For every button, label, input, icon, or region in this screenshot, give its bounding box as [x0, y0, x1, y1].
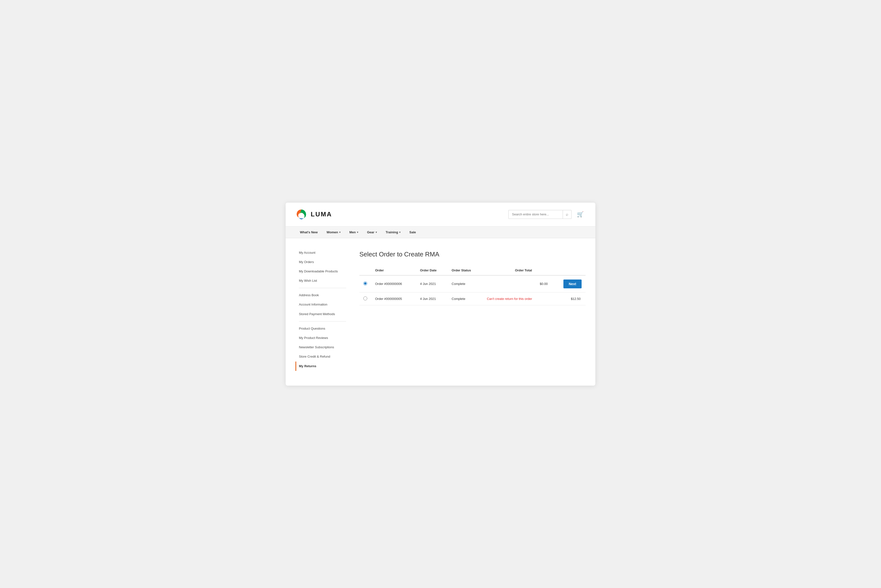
nav-item-whats-new[interactable]: What's New: [295, 226, 322, 238]
order-total-2: $12.50: [552, 292, 586, 305]
sidebar-item-my-downloadable-products[interactable]: My Downloadable Products: [295, 267, 350, 276]
search-icon: ⌕: [566, 212, 568, 216]
radio-cell-2: [359, 292, 371, 305]
page-wrapper: LUMA ⌕ 🛒 What's New Women ▾ Men ▾: [286, 202, 595, 386]
sidebar-item-account-information[interactable]: Account Information: [295, 300, 350, 309]
col-radio: [359, 266, 371, 275]
col-order: Order: [371, 266, 416, 275]
nav-bar: What's New Women ▾ Men ▾ Gear ▾ Training…: [286, 226, 595, 238]
luma-logo-icon: [295, 208, 307, 220]
sidebar: My Account My Orders My Downloadable Pro…: [295, 248, 350, 376]
col-action: [552, 266, 586, 275]
cart-icon: 🛒: [577, 211, 583, 218]
next-button[interactable]: Next: [564, 279, 582, 288]
logo-area: LUMA: [295, 208, 332, 220]
nav-item-women[interactable]: Women ▾: [322, 226, 345, 238]
col-order-status: Order Status: [448, 266, 483, 275]
sidebar-group-2: Address Book Account Information Stored …: [295, 291, 350, 319]
table-row: Order #000000005 4 Jun 2021 Complete Can…: [359, 292, 586, 305]
sidebar-item-my-returns[interactable]: My Returns: [295, 362, 350, 371]
search-input[interactable]: [508, 210, 563, 218]
nav-item-sale[interactable]: Sale: [405, 226, 420, 238]
order-radio-1[interactable]: [363, 282, 367, 285]
sidebar-group-1: My Account My Orders My Downloadable Pro…: [295, 248, 350, 286]
order-status-1: Complete: [448, 275, 483, 292]
sidebar-item-stored-payment-methods[interactable]: Stored Payment Methods: [295, 309, 350, 319]
sidebar-item-product-questions[interactable]: Product Questions: [295, 324, 350, 333]
page-title: Select Order to Create RMA: [359, 250, 586, 258]
chevron-down-icon: ▾: [399, 231, 400, 234]
orders-table: Order Order Date Order Status Order Tota…: [359, 266, 586, 305]
sidebar-item-address-book[interactable]: Address Book: [295, 291, 350, 300]
search-button[interactable]: ⌕: [563, 210, 571, 219]
sidebar-item-store-credit-refund[interactable]: Store Credit & Refund: [295, 352, 350, 361]
sidebar-item-newsletter-subscriptions[interactable]: Newsletter Subscriptions: [295, 343, 350, 352]
order-date-2: 4 Jun 2021: [416, 292, 448, 305]
radio-cell-1: [359, 275, 371, 292]
order-radio-2[interactable]: [363, 297, 367, 300]
order-status-2: Complete: [448, 292, 483, 305]
sidebar-item-my-wish-list[interactable]: My Wish List: [295, 276, 350, 285]
logo-text: LUMA: [311, 210, 332, 218]
chevron-down-icon: ▾: [357, 231, 358, 234]
chevron-down-icon: ▾: [339, 231, 340, 234]
main-content: My Account My Orders My Downloadable Pro…: [286, 238, 595, 386]
chevron-down-icon: ▾: [376, 231, 377, 234]
sidebar-item-my-orders[interactable]: My Orders: [295, 257, 350, 267]
col-order-total: Order Total: [483, 266, 552, 275]
order-date-1: 4 Jun 2021: [416, 275, 448, 292]
order-total-1: $0.00: [483, 275, 552, 292]
col-order-date: Order Date: [416, 266, 448, 275]
nav-item-men[interactable]: Men ▾: [345, 226, 362, 238]
table-header-row: Order Order Date Order Status Order Tota…: [359, 266, 586, 275]
order-action-1: Next: [552, 275, 586, 292]
sidebar-item-my-product-reviews[interactable]: My Product Reviews: [295, 333, 350, 343]
header: LUMA ⌕ 🛒: [286, 202, 595, 226]
order-number-1: Order #000000006: [371, 275, 416, 292]
sidebar-group-3: Product Questions My Product Reviews New…: [295, 324, 350, 371]
content-area: Select Order to Create RMA Order Order D…: [359, 248, 586, 376]
order-number-2: Order #000000005: [371, 292, 416, 305]
cart-button[interactable]: 🛒: [575, 210, 586, 219]
search-box: ⌕: [508, 210, 571, 219]
nav-item-training[interactable]: Training ▾: [381, 226, 405, 238]
nav-item-gear[interactable]: Gear ▾: [362, 226, 381, 238]
header-right: ⌕ 🛒: [508, 210, 586, 219]
table-row: Order #000000006 4 Jun 2021 Complete $0.…: [359, 275, 586, 292]
order-error-2: Can't create return for this order: [483, 292, 552, 305]
sidebar-item-my-account[interactable]: My Account: [295, 248, 350, 257]
